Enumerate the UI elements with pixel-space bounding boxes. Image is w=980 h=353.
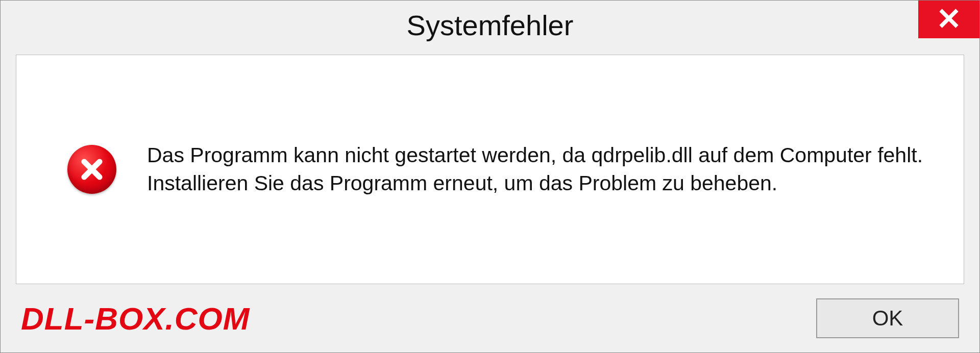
close-button[interactable] [918,1,979,38]
content-area: Das Programm kann nicht gestartet werden… [16,55,964,284]
dialog-title: Systemfehler [407,9,574,42]
error-dialog: Systemfehler Das Programm kann nicht ges… [0,0,980,353]
close-icon [939,8,959,31]
titlebar: Systemfehler [1,1,979,49]
ok-button[interactable]: OK [816,298,959,338]
error-icon [67,145,116,194]
dialog-footer: DLL-BOX.COM OK [1,284,979,352]
error-message: Das Programm kann nicht gestartet werden… [147,141,933,198]
watermark-text: DLL-BOX.COM [21,300,250,337]
ok-button-label: OK [872,306,903,331]
